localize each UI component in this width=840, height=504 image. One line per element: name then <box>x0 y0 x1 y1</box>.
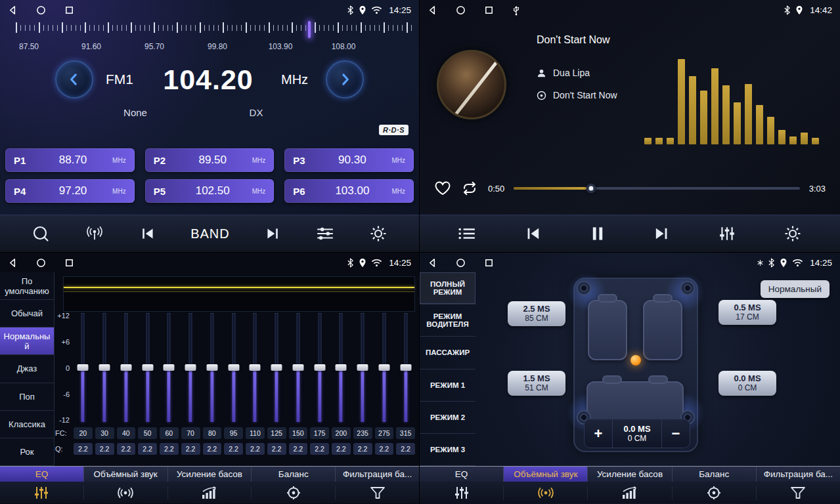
recents-icon[interactable] <box>64 258 74 268</box>
eq-slider-knob[interactable] <box>77 364 89 371</box>
repeat-icon[interactable] <box>460 181 479 196</box>
eq-band-slider[interactable] <box>330 313 352 422</box>
eq-slider-knob[interactable] <box>378 364 389 371</box>
favorite-icon[interactable] <box>434 180 451 196</box>
eq-band-slider[interactable] <box>352 313 374 422</box>
bass-boost-tab-icon[interactable] <box>168 486 252 499</box>
bass-boost-tab-icon[interactable] <box>588 486 672 499</box>
eq-slider-knob[interactable] <box>314 364 325 371</box>
filter-tab-icon[interactable] <box>757 486 840 499</box>
settings-gear-icon[interactable] <box>784 224 802 243</box>
eq-band-slider[interactable] <box>395 313 416 422</box>
delay-increase-button[interactable]: + <box>585 419 612 448</box>
eq-slider-knob[interactable] <box>164 364 175 371</box>
seek-down-button[interactable] <box>55 60 93 98</box>
tuner-settings-icon[interactable] <box>316 226 334 241</box>
eq-slider-knob[interactable] <box>336 364 347 371</box>
mode-passenger[interactable]: ПАССАЖИР <box>420 337 475 369</box>
eq-band-slider[interactable] <box>116 313 137 422</box>
scan-icon[interactable] <box>32 224 50 243</box>
eq-slider-knob[interactable] <box>120 364 131 371</box>
balance-tab-icon[interactable] <box>252 486 336 500</box>
next-station-icon[interactable] <box>264 226 281 241</box>
eq-slider-knob[interactable] <box>206 364 217 371</box>
recents-icon[interactable] <box>484 5 494 15</box>
tab-bass-boost[interactable]: Усиление басов <box>168 467 252 482</box>
home-icon[interactable] <box>36 5 46 15</box>
delay-front-left[interactable]: 2.5 MS 85 CM <box>508 301 565 326</box>
eq-band-slider[interactable] <box>244 313 266 422</box>
seek-up-button[interactable] <box>326 60 364 98</box>
surround-tab-icon[interactable] <box>84 486 168 499</box>
surround-tab-icon[interactable] <box>504 486 588 499</box>
delay-rear-right[interactable]: 0.0 MS 0 CM <box>718 371 776 396</box>
equalizer-icon[interactable] <box>718 226 736 242</box>
mode-full[interactable]: ПОЛНЫЙ РЕЖИМ <box>420 272 475 304</box>
eq-preset-normal[interactable]: Нормальный <box>0 327 54 355</box>
mode-driver[interactable]: РЕЖИМ ВОДИТЕЛЯ <box>420 304 475 337</box>
band-button[interactable]: BAND <box>190 226 230 242</box>
eq-band-slider[interactable] <box>94 313 116 422</box>
tab-surround[interactable]: Объёмный звук <box>84 467 168 482</box>
delay-front-right[interactable]: 0.5 MS 17 CM <box>718 300 776 325</box>
tab-eq[interactable]: EQ <box>420 467 504 482</box>
back-icon[interactable] <box>8 258 18 268</box>
mode-2[interactable]: РЕЖИМ 2 <box>420 402 475 434</box>
back-icon[interactable] <box>8 5 18 15</box>
tab-filter[interactable]: Фильтрация ба... <box>336 467 419 482</box>
frequency-scale[interactable]: 87.50 91.60 95.70 99.80 103.90 108.00 <box>0 21 419 54</box>
preset-button-p4[interactable]: P4 97.20 MHz <box>5 179 135 203</box>
eq-band-slider[interactable] <box>180 313 202 422</box>
eq-slider-knob[interactable] <box>228 364 239 371</box>
tab-filter[interactable]: Фильтрация ба... <box>757 467 840 482</box>
home-icon[interactable] <box>36 258 46 268</box>
eq-slider-knob[interactable] <box>400 364 411 371</box>
settings-gear-icon[interactable] <box>369 224 387 243</box>
delay-decrease-button[interactable]: − <box>662 419 690 448</box>
eq-band-slider[interactable] <box>202 313 223 422</box>
recents-icon[interactable] <box>484 258 494 268</box>
eq-preset-badge[interactable]: Нормальный <box>761 280 829 298</box>
balance-tab-icon[interactable] <box>673 486 757 500</box>
eq-preset-jazz[interactable]: Джаз <box>0 355 54 383</box>
eq-slider-knob[interactable] <box>271 364 282 371</box>
eq-slider-knob[interactable] <box>357 364 368 371</box>
eq-slider-knob[interactable] <box>292 364 303 371</box>
back-icon[interactable] <box>428 5 437 15</box>
previous-track-icon[interactable] <box>524 226 542 242</box>
broadcast-icon[interactable] <box>85 226 104 242</box>
eq-preset-rock[interactable]: Рок <box>0 438 54 466</box>
eq-tab-icon[interactable] <box>0 486 84 500</box>
playlist-icon[interactable] <box>458 226 476 241</box>
eq-band-slider[interactable] <box>309 313 330 422</box>
eq-band-slider[interactable] <box>137 313 158 422</box>
progress-slider[interactable] <box>514 187 799 190</box>
preset-button-p3[interactable]: P3 90.30 MHz <box>284 148 414 172</box>
eq-band-slider[interactable] <box>288 313 309 422</box>
eq-slider-knob[interactable] <box>250 364 261 371</box>
eq-preset-classic[interactable]: Классика <box>0 411 54 438</box>
tab-bass-boost[interactable]: Усиление басов <box>588 467 672 482</box>
recents-icon[interactable] <box>64 5 74 15</box>
eq-slider-knob[interactable] <box>142 364 153 371</box>
home-icon[interactable] <box>456 5 466 15</box>
back-icon[interactable] <box>428 258 437 268</box>
tab-surround[interactable]: Объёмный звук <box>504 467 588 482</box>
eq-band-slider[interactable] <box>374 313 395 422</box>
eq-band-slider[interactable] <box>158 313 180 422</box>
listening-position-dot[interactable] <box>630 355 641 366</box>
home-icon[interactable] <box>456 258 466 268</box>
pause-icon[interactable] <box>590 226 605 242</box>
eq-slider-knob[interactable] <box>185 364 196 371</box>
delay-rear-left[interactable]: 1.5 MS 51 CM <box>508 371 565 396</box>
eq-band-slider[interactable] <box>266 313 288 422</box>
eq-band-slider[interactable] <box>72 313 94 422</box>
eq-band-slider[interactable] <box>223 313 244 422</box>
eq-preset-default[interactable]: По умолчанию <box>0 272 54 300</box>
tab-balance[interactable]: Баланс <box>252 467 336 482</box>
previous-station-icon[interactable] <box>139 226 156 241</box>
eq-tab-icon[interactable] <box>420 486 504 500</box>
filter-tab-icon[interactable] <box>336 486 419 499</box>
preset-button-p2[interactable]: P2 89.50 MHz <box>145 148 275 172</box>
eq-slider-knob[interactable] <box>99 364 110 371</box>
